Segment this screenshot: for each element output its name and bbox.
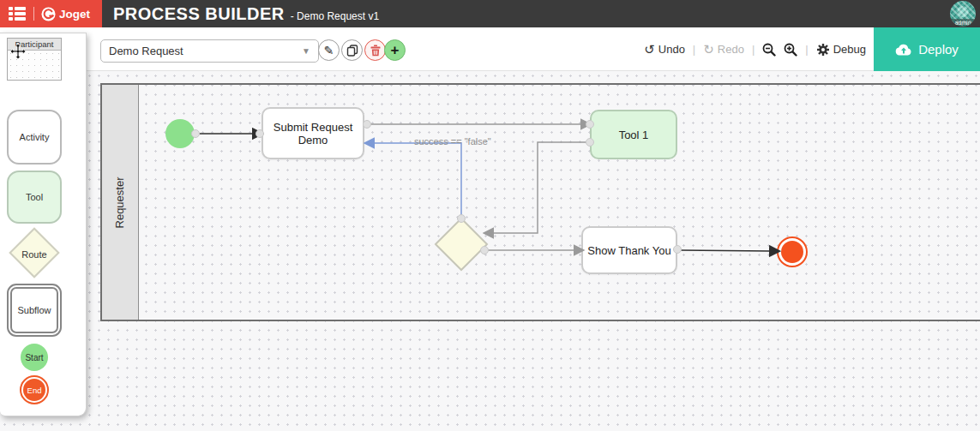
undo-button[interactable]: ↺ Undo bbox=[644, 43, 685, 56]
palette-item-start[interactable]: Start bbox=[21, 344, 48, 371]
avatar-label: admin bbox=[950, 19, 976, 27]
undo-icon: ↺ bbox=[644, 43, 655, 56]
canvas-tools: ↺ Undo | ↻ Redo | bbox=[644, 27, 866, 71]
shape-palette: Participant Activity Tool Route Subflow … bbox=[0, 33, 87, 416]
delete-process-button[interactable] bbox=[364, 39, 386, 61]
plus-icon: + bbox=[391, 43, 400, 57]
end-event-node[interactable] bbox=[777, 236, 808, 267]
connector-dot[interactable] bbox=[586, 121, 594, 129]
palette-item-route[interactable] bbox=[9, 227, 59, 278]
menu-icon[interactable] bbox=[9, 7, 26, 21]
brand-name: Joget bbox=[59, 8, 90, 21]
palette-label: Start bbox=[25, 353, 43, 362]
brand-block: Joget bbox=[0, 0, 102, 27]
divider: | bbox=[805, 43, 808, 56]
activity-label: Show Thank You bbox=[587, 244, 670, 257]
activity-label: Submit Request Demo bbox=[270, 121, 356, 147]
redo-button[interactable]: ↻ Redo bbox=[703, 43, 744, 56]
redo-icon: ↻ bbox=[703, 43, 714, 56]
process-select-value: Demo Request bbox=[109, 45, 183, 57]
palette-item-end[interactable]: End bbox=[20, 375, 49, 404]
swimlane-requester: Requester bbox=[100, 83, 980, 321]
edit-process-button[interactable]: ✎ bbox=[318, 39, 340, 61]
connector-dot[interactable] bbox=[364, 121, 371, 129]
move-cursor-icon[interactable] bbox=[10, 44, 26, 59]
joget-logo[interactable]: Joget bbox=[41, 7, 90, 21]
flow-condition-label: success == "false" bbox=[414, 136, 491, 147]
divider: | bbox=[693, 43, 695, 56]
connector-dot[interactable] bbox=[256, 130, 264, 138]
trash-icon bbox=[370, 45, 381, 57]
swimlane-label: Requester bbox=[114, 177, 127, 228]
zoom-in-icon bbox=[784, 43, 797, 57]
activity-node-show-thank-you[interactable]: Show Thank You bbox=[581, 226, 677, 274]
end-event-core bbox=[781, 241, 803, 263]
zoom-out-icon bbox=[762, 43, 776, 57]
palette-item-tool[interactable]: Tool bbox=[7, 171, 62, 224]
start-event-node[interactable] bbox=[165, 119, 195, 148]
cloud-upload-icon bbox=[895, 44, 912, 56]
user-avatar[interactable]: admin bbox=[950, 1, 976, 27]
palette-item-activity[interactable]: Activity bbox=[7, 110, 62, 165]
deploy-label: Deploy bbox=[918, 42, 959, 57]
copy-process-button[interactable] bbox=[341, 39, 363, 61]
swimlane-header[interactable]: Requester bbox=[102, 85, 139, 320]
chevron-down-icon: ▼ bbox=[302, 46, 310, 56]
app-header: Joget PROCESS BUILDER - Demo Request v1 … bbox=[0, 0, 980, 27]
palette-label: End bbox=[27, 386, 42, 395]
copy-icon bbox=[346, 45, 358, 57]
connector-dot[interactable] bbox=[192, 130, 200, 138]
pencil-icon: ✎ bbox=[324, 44, 334, 57]
divider bbox=[33, 7, 34, 21]
gear-icon bbox=[816, 43, 830, 57]
process-builder-app: Requester Submit Request Demo Tool 1 Sho… bbox=[0, 0, 980, 431]
debug-button[interactable]: Debug bbox=[816, 43, 866, 57]
divider: | bbox=[752, 43, 755, 56]
joget-logo-icon bbox=[41, 7, 56, 21]
connector-dot[interactable] bbox=[481, 247, 489, 254]
tool-node-tool1[interactable]: Tool 1 bbox=[590, 110, 677, 159]
connector-dot[interactable] bbox=[586, 139, 594, 147]
connector-dot[interactable] bbox=[674, 246, 682, 254]
end-core: End bbox=[23, 379, 45, 401]
palette-item-subflow[interactable]: Subflow bbox=[7, 284, 62, 337]
title-wrap: PROCESS BUILDER - Demo Request v1 bbox=[113, 4, 379, 24]
add-process-button[interactable]: + bbox=[384, 39, 406, 61]
zoom-out-button[interactable] bbox=[762, 43, 776, 57]
activity-node-submit-request[interactable]: Submit Request Demo bbox=[262, 107, 364, 159]
palette-label: Activity bbox=[20, 132, 50, 142]
deploy-button[interactable]: Deploy bbox=[874, 27, 980, 71]
redo-label: Redo bbox=[718, 43, 744, 56]
toolbar: Demo Request ▼ ✎ + bbox=[0, 27, 980, 71]
page-subtitle: - Demo Request v1 bbox=[291, 10, 379, 22]
zoom-in-button[interactable] bbox=[784, 43, 797, 57]
palette-label: Tool bbox=[26, 192, 43, 202]
tool-label: Tool 1 bbox=[619, 129, 649, 141]
palette-label: Subflow bbox=[17, 305, 51, 315]
connector-dot[interactable] bbox=[458, 215, 466, 223]
page-title: PROCESS BUILDER bbox=[113, 4, 285, 24]
undo-label: Undo bbox=[658, 43, 685, 56]
process-canvas[interactable]: Requester Submit Request Demo Tool 1 Sho… bbox=[0, 71, 980, 431]
debug-label: Debug bbox=[833, 43, 866, 56]
subflow-inner-border: Subflow bbox=[10, 287, 58, 333]
process-select[interactable]: Demo Request ▼ bbox=[100, 39, 319, 63]
